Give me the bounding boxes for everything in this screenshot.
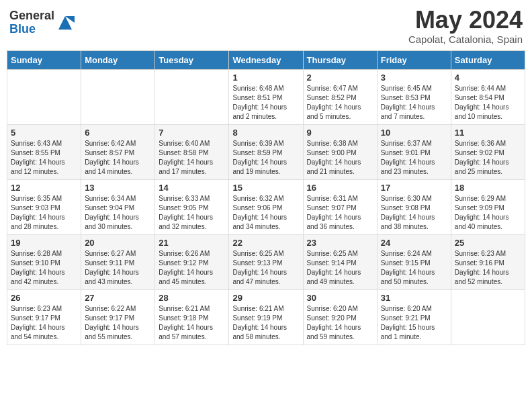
- day-number: 4: [455, 73, 521, 83]
- day-number: 7: [159, 128, 225, 138]
- calendar-week-row: 1Sunrise: 6:48 AMSunset: 8:51 PMDaylight…: [7, 69, 525, 124]
- day-info: Sunrise: 6:29 AMSunset: 9:09 PMDaylight:…: [455, 194, 521, 232]
- calendar-week-row: 26Sunrise: 6:23 AMSunset: 9:17 PMDayligh…: [7, 289, 525, 345]
- logo-general: General: [9, 9, 54, 23]
- day-number: 27: [85, 293, 151, 303]
- calendar-cell: 17Sunrise: 6:30 AMSunset: 9:08 PMDayligh…: [377, 179, 451, 234]
- day-info: Sunrise: 6:26 AMSunset: 9:12 PMDaylight:…: [159, 249, 225, 287]
- calendar-cell: 8Sunrise: 6:39 AMSunset: 8:59 PMDaylight…: [229, 124, 303, 179]
- day-info: Sunrise: 6:42 AMSunset: 8:57 PMDaylight:…: [85, 139, 151, 177]
- day-number: 8: [232, 128, 299, 138]
- weekday-header: Saturday: [451, 50, 525, 69]
- day-info: Sunrise: 6:24 AMSunset: 9:15 PMDaylight:…: [381, 249, 447, 287]
- calendar-cell: 27Sunrise: 6:22 AMSunset: 9:17 PMDayligh…: [81, 289, 155, 345]
- weekday-header: Friday: [377, 50, 451, 69]
- day-number: 14: [159, 183, 225, 193]
- day-info: Sunrise: 6:25 AMSunset: 9:14 PMDaylight:…: [307, 249, 373, 287]
- calendar-cell: 10Sunrise: 6:37 AMSunset: 9:01 PMDayligh…: [377, 124, 451, 179]
- day-info: Sunrise: 6:31 AMSunset: 9:07 PMDaylight:…: [307, 194, 373, 232]
- day-number: 24: [381, 238, 447, 248]
- day-number: 6: [85, 128, 151, 138]
- day-info: Sunrise: 6:27 AMSunset: 9:11 PMDaylight:…: [85, 249, 151, 287]
- location: Capolat, Catalonia, Spain: [408, 34, 523, 45]
- day-number: 31: [381, 293, 447, 303]
- day-info: Sunrise: 6:21 AMSunset: 9:19 PMDaylight:…: [232, 304, 299, 342]
- calendar-cell: 18Sunrise: 6:29 AMSunset: 9:09 PMDayligh…: [451, 179, 525, 234]
- day-info: Sunrise: 6:38 AMSunset: 9:00 PMDaylight:…: [307, 139, 373, 177]
- day-info: Sunrise: 6:45 AMSunset: 8:53 PMDaylight:…: [381, 84, 447, 122]
- calendar-cell: [81, 69, 155, 124]
- weekday-header: Sunday: [7, 50, 81, 69]
- calendar-cell: 25Sunrise: 6:23 AMSunset: 9:16 PMDayligh…: [451, 234, 525, 289]
- day-info: Sunrise: 6:39 AMSunset: 8:59 PMDaylight:…: [232, 139, 299, 177]
- day-number: 22: [232, 238, 299, 248]
- day-info: Sunrise: 6:20 AMSunset: 9:21 PMDaylight:…: [381, 304, 447, 342]
- calendar-cell: 28Sunrise: 6:21 AMSunset: 9:18 PMDayligh…: [155, 289, 229, 345]
- day-number: 9: [307, 128, 373, 138]
- day-number: 18: [455, 183, 521, 193]
- calendar-cell: 15Sunrise: 6:32 AMSunset: 9:06 PMDayligh…: [229, 179, 303, 234]
- calendar-cell: 20Sunrise: 6:27 AMSunset: 9:11 PMDayligh…: [81, 234, 155, 289]
- calendar-cell: 16Sunrise: 6:31 AMSunset: 9:07 PMDayligh…: [303, 179, 377, 234]
- day-number: 1: [232, 73, 299, 83]
- header-row: SundayMondayTuesdayWednesdayThursdayFrid…: [7, 50, 525, 69]
- calendar-cell: 13Sunrise: 6:34 AMSunset: 9:04 PMDayligh…: [81, 179, 155, 234]
- calendar-week-row: 19Sunrise: 6:28 AMSunset: 9:10 PMDayligh…: [7, 234, 525, 289]
- day-number: 5: [11, 128, 77, 138]
- day-number: 29: [232, 293, 299, 303]
- day-number: 11: [455, 128, 521, 138]
- title-block: May 2024 Capolat, Catalonia, Spain: [408, 7, 523, 45]
- weekday-header: Wednesday: [229, 50, 303, 69]
- calendar-cell: 14Sunrise: 6:33 AMSunset: 9:05 PMDayligh…: [155, 179, 229, 234]
- calendar-cell: 22Sunrise: 6:25 AMSunset: 9:13 PMDayligh…: [229, 234, 303, 289]
- calendar-cell: 30Sunrise: 6:20 AMSunset: 9:20 PMDayligh…: [303, 289, 377, 345]
- calendar-cell: 4Sunrise: 6:44 AMSunset: 8:54 PMDaylight…: [451, 69, 525, 124]
- weekday-header: Tuesday: [155, 50, 229, 69]
- day-info: Sunrise: 6:21 AMSunset: 9:18 PMDaylight:…: [159, 304, 225, 342]
- calendar-table: SundayMondayTuesdayWednesdayThursdayFrid…: [7, 50, 525, 345]
- calendar-cell: 12Sunrise: 6:35 AMSunset: 9:03 PMDayligh…: [7, 179, 81, 234]
- calendar-cell: 7Sunrise: 6:40 AMSunset: 8:58 PMDaylight…: [155, 124, 229, 179]
- calendar-cell: 11Sunrise: 6:36 AMSunset: 9:02 PMDayligh…: [451, 124, 525, 179]
- calendar-cell: 21Sunrise: 6:26 AMSunset: 9:12 PMDayligh…: [155, 234, 229, 289]
- day-info: Sunrise: 6:20 AMSunset: 9:20 PMDaylight:…: [307, 304, 373, 342]
- day-info: Sunrise: 6:23 AMSunset: 9:17 PMDaylight:…: [11, 304, 77, 342]
- day-info: Sunrise: 6:28 AMSunset: 9:10 PMDaylight:…: [11, 249, 77, 287]
- day-info: Sunrise: 6:32 AMSunset: 9:06 PMDaylight:…: [232, 194, 299, 232]
- day-info: Sunrise: 6:30 AMSunset: 9:08 PMDaylight:…: [381, 194, 447, 232]
- day-number: 3: [381, 73, 447, 83]
- day-info: Sunrise: 6:34 AMSunset: 9:04 PMDaylight:…: [85, 194, 151, 232]
- day-info: Sunrise: 6:33 AMSunset: 9:05 PMDaylight:…: [159, 194, 225, 232]
- calendar-cell: 9Sunrise: 6:38 AMSunset: 9:00 PMDaylight…: [303, 124, 377, 179]
- day-info: Sunrise: 6:43 AMSunset: 8:55 PMDaylight:…: [11, 139, 77, 177]
- day-number: 28: [159, 293, 225, 303]
- day-info: Sunrise: 6:37 AMSunset: 9:01 PMDaylight:…: [381, 139, 447, 177]
- day-number: 21: [159, 238, 225, 248]
- day-info: Sunrise: 6:35 AMSunset: 9:03 PMDaylight:…: [11, 194, 77, 232]
- calendar-cell: 3Sunrise: 6:45 AMSunset: 8:53 PMDaylight…: [377, 69, 451, 124]
- logo-icon: [56, 13, 75, 32]
- logo: General Blue: [9, 9, 75, 36]
- calendar-cell: 23Sunrise: 6:25 AMSunset: 9:14 PMDayligh…: [303, 234, 377, 289]
- day-info: Sunrise: 6:36 AMSunset: 9:02 PMDaylight:…: [455, 139, 521, 177]
- day-number: 16: [307, 183, 373, 193]
- calendar-cell: 2Sunrise: 6:47 AMSunset: 8:52 PMDaylight…: [303, 69, 377, 124]
- day-number: 23: [307, 238, 373, 248]
- calendar-cell: 6Sunrise: 6:42 AMSunset: 8:57 PMDaylight…: [81, 124, 155, 179]
- calendar-cell: [7, 69, 81, 124]
- calendar-cell: 31Sunrise: 6:20 AMSunset: 9:21 PMDayligh…: [377, 289, 451, 345]
- calendar-cell: [155, 69, 229, 124]
- day-number: 12: [11, 183, 77, 193]
- day-number: 20: [85, 238, 151, 248]
- weekday-header: Monday: [81, 50, 155, 69]
- day-number: 19: [11, 238, 77, 248]
- day-info: Sunrise: 6:44 AMSunset: 8:54 PMDaylight:…: [455, 84, 521, 122]
- logo-blue: Blue: [9, 23, 54, 36]
- day-info: Sunrise: 6:22 AMSunset: 9:17 PMDaylight:…: [85, 304, 151, 342]
- calendar-cell: 24Sunrise: 6:24 AMSunset: 9:15 PMDayligh…: [377, 234, 451, 289]
- weekday-header: Thursday: [303, 50, 377, 69]
- calendar-week-row: 5Sunrise: 6:43 AMSunset: 8:55 PMDaylight…: [7, 124, 525, 179]
- day-info: Sunrise: 6:40 AMSunset: 8:58 PMDaylight:…: [159, 139, 225, 177]
- day-number: 25: [455, 238, 521, 248]
- calendar-cell: 19Sunrise: 6:28 AMSunset: 9:10 PMDayligh…: [7, 234, 81, 289]
